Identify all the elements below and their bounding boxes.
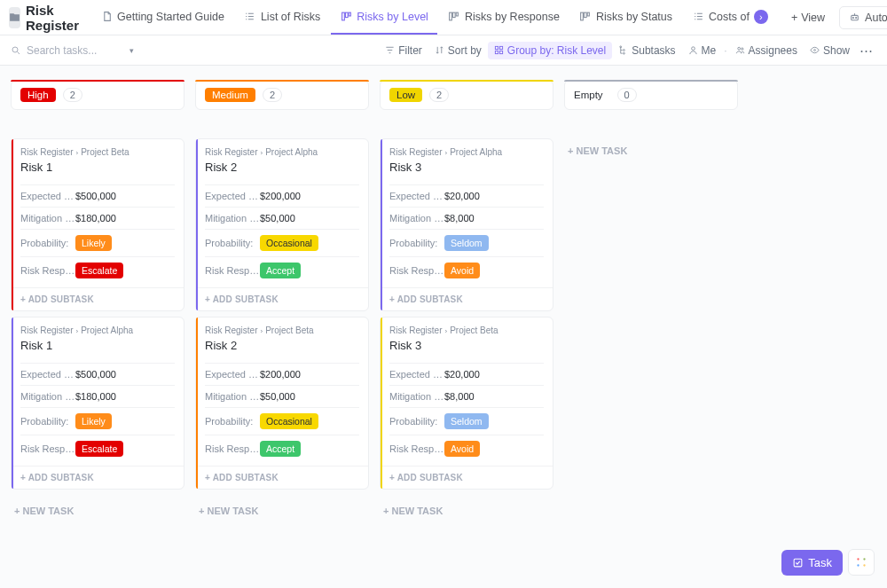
new-task-button[interactable]: + NEW TASK xyxy=(564,138,738,163)
tab-getting-started-guide[interactable]: Getting Started Guide xyxy=(91,0,233,35)
crumb-project: Project Beta xyxy=(81,147,129,157)
probability-tag[interactable]: Likely xyxy=(75,413,112,429)
filter-button[interactable]: Filter xyxy=(379,42,428,59)
svg-point-30 xyxy=(857,564,859,566)
response-tag[interactable]: Escalate xyxy=(75,263,123,278)
crumb-root: Risk Register xyxy=(205,325,257,335)
add-view-button[interactable]: + View xyxy=(782,12,834,24)
response-tag[interactable]: Escalate xyxy=(75,441,123,457)
probability-tag[interactable]: Likely xyxy=(75,235,112,251)
response-tag[interactable]: Accept xyxy=(260,441,301,457)
field-response: Risk Respo… Avoid xyxy=(389,256,544,284)
count-badge: 2 xyxy=(63,88,82,102)
breadcrumb[interactable]: Risk Register›Project Beta xyxy=(205,325,359,335)
tab-label: Risks by Level xyxy=(357,11,428,23)
add-subtask-button[interactable]: + ADD SUBTASK xyxy=(196,287,368,310)
tab-risks-by-status[interactable]: Risks by Status xyxy=(570,0,681,35)
response-tag[interactable]: Accept xyxy=(260,263,301,278)
field-probability: Probability: Likely xyxy=(20,407,175,435)
breadcrumb[interactable]: Risk Register›Project Alpha xyxy=(389,147,544,157)
svg-point-24 xyxy=(737,47,740,50)
crumb-root: Risk Register xyxy=(205,147,257,157)
tab-risks-by-response[interactable]: Risks by Response xyxy=(439,0,569,35)
crumb-root: Risk Register xyxy=(20,147,73,157)
search-box[interactable]: ▾ xyxy=(11,44,134,57)
field-value: $20,000 xyxy=(444,191,480,201)
field-response: Risk Respo… Avoid xyxy=(389,435,544,462)
svg-point-29 xyxy=(863,558,865,560)
card-title: Risk 1 xyxy=(20,161,175,174)
response-tag[interactable]: Avoid xyxy=(444,263,480,278)
search-input[interactable] xyxy=(27,44,124,57)
column-low: Low 2 Risk Register›Project Alpha Risk 3… xyxy=(380,80,553,527)
probability-tag[interactable]: Seldom xyxy=(444,413,489,429)
field-label: Risk Respo… xyxy=(389,443,444,454)
crumb-project: Project Alpha xyxy=(81,325,133,335)
breadcrumb[interactable]: Risk Register›Project Alpha xyxy=(205,147,359,157)
field-label: Expected C… xyxy=(20,369,75,380)
sort-label: Sort by xyxy=(448,44,482,57)
field-probability: Probability: Occasional xyxy=(205,229,359,256)
field-label: Probability: xyxy=(389,416,444,427)
column-header[interactable]: Medium 2 xyxy=(195,80,369,110)
add-subtask-button[interactable]: + ADD SUBTASK xyxy=(196,466,368,489)
level-chip: High xyxy=(20,88,56,102)
field-value: $50,000 xyxy=(260,391,295,402)
task-card[interactable]: Risk Register›Project Alpha Risk 2 Expec… xyxy=(195,138,369,311)
svg-point-23 xyxy=(691,47,695,51)
task-card[interactable]: Risk Register›Project Beta Risk 3 Expect… xyxy=(380,317,553,490)
group-button[interactable]: Group by: Risk Level xyxy=(488,42,612,59)
task-card[interactable]: Risk Register›Project Beta Risk 2 Expect… xyxy=(195,317,369,490)
new-task-button[interactable]: + NEW TASK xyxy=(195,495,369,527)
tab-costs-of[interactable]: Costs of› xyxy=(683,0,777,35)
field-value: $180,000 xyxy=(75,213,116,223)
new-task-button[interactable]: + NEW TASK xyxy=(380,495,553,527)
field-probability: Probability: Seldom xyxy=(389,407,544,435)
breadcrumb[interactable]: Risk Register›Project Beta xyxy=(389,325,544,335)
task-card[interactable]: Risk Register›Project Beta Risk 1 Expect… xyxy=(11,138,184,311)
task-card[interactable]: Risk Register›Project Alpha Risk 3 Expec… xyxy=(380,138,553,311)
response-tag[interactable]: Avoid xyxy=(444,441,480,457)
field-value: $500,000 xyxy=(75,191,116,201)
add-subtask-button[interactable]: + ADD SUBTASK xyxy=(381,287,553,310)
column-header[interactable]: Low 2 xyxy=(380,80,553,110)
svg-rect-7 xyxy=(585,12,587,17)
task-card[interactable]: Risk Register›Project Alpha Risk 1 Expec… xyxy=(11,317,184,490)
column-header[interactable]: High 2 xyxy=(11,80,184,110)
chevron-down-icon[interactable]: ▾ xyxy=(130,46,134,55)
column-header[interactable]: Empty 0 xyxy=(564,80,738,110)
filter-label: Filter xyxy=(398,44,422,57)
crumb-project: Project Alpha xyxy=(265,147,318,157)
me-button[interactable]: Me xyxy=(682,42,723,59)
board-icon xyxy=(340,11,352,23)
probability-tag[interactable]: Seldom xyxy=(444,235,489,251)
new-task-fab[interactable]: Task xyxy=(781,550,843,576)
tab-risks-by-level[interactable]: Risks by Level xyxy=(331,0,437,35)
probability-tag[interactable]: Occasional xyxy=(260,235,318,251)
more-views-icon[interactable]: › xyxy=(754,10,768,24)
field-label: Mitigation … xyxy=(20,391,75,402)
add-subtask-button[interactable]: + ADD SUBTASK xyxy=(381,466,553,489)
svg-rect-5 xyxy=(457,12,459,16)
person-icon xyxy=(688,45,698,55)
divider: · xyxy=(724,44,726,57)
probability-tag[interactable]: Occasional xyxy=(260,413,318,429)
breadcrumb[interactable]: Risk Register›Project Beta xyxy=(20,147,175,157)
folder-icon[interactable] xyxy=(9,7,20,28)
tab-list-of-risks[interactable]: List of Risks xyxy=(235,0,329,35)
apps-button[interactable] xyxy=(848,549,875,576)
add-subtask-button[interactable]: + ADD SUBTASK xyxy=(12,287,184,310)
field-label: Mitigation … xyxy=(205,213,260,223)
show-button[interactable]: Show xyxy=(804,42,856,59)
more-menu[interactable]: ⋯ xyxy=(856,43,876,59)
new-task-button[interactable]: + NEW TASK xyxy=(11,495,184,527)
sort-button[interactable]: Sort by xyxy=(428,42,488,59)
svg-rect-0 xyxy=(341,12,344,20)
field-label: Probability: xyxy=(20,238,75,248)
assignees-button[interactable]: Assignees xyxy=(729,42,804,59)
subtasks-button[interactable]: Subtasks xyxy=(612,42,681,59)
add-subtask-button[interactable]: + ADD SUBTASK xyxy=(12,466,184,489)
svg-point-11 xyxy=(856,18,857,19)
automate-button[interactable]: Automate ▾ xyxy=(839,6,887,29)
breadcrumb[interactable]: Risk Register›Project Alpha xyxy=(20,325,175,335)
